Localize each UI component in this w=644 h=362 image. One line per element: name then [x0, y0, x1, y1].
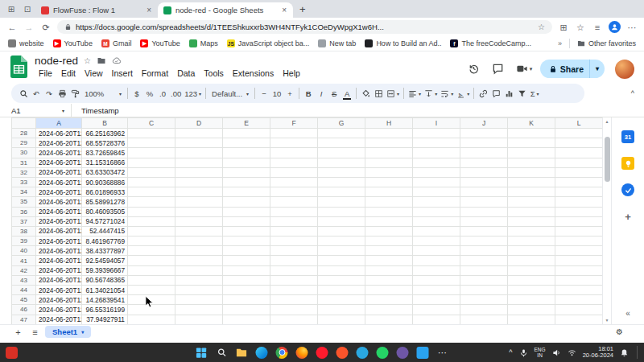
cell-A29[interactable]: 2024-06-20T12: — [36, 138, 82, 148]
collapse-panel-icon[interactable]: « — [625, 309, 630, 318]
cell-G45[interactable] — [318, 295, 365, 305]
cell-E42[interactable] — [223, 265, 270, 275]
cell-I29[interactable] — [413, 138, 460, 148]
cell-D28[interactable] — [175, 129, 223, 138]
meet-icon[interactable]: ▾ — [516, 63, 530, 76]
cell-K28[interactable] — [508, 129, 555, 138]
cell-H36[interactable] — [365, 207, 413, 216]
cell-D31[interactable] — [175, 158, 223, 167]
cell-I33[interactable] — [413, 177, 460, 187]
cell-G37[interactable] — [318, 216, 365, 226]
cell-L31[interactable] — [555, 158, 603, 167]
screen-recorder-icon[interactable] — [6, 347, 18, 359]
bookmark-star-icon[interactable]: ☆ — [538, 23, 545, 31]
cell-A31[interactable]: 2024-06-20T12: — [36, 158, 82, 167]
row-header-33[interactable]: 33 — [12, 177, 36, 187]
cell-G33[interactable] — [318, 177, 365, 187]
cell-H42[interactable] — [365, 265, 413, 275]
cell-J44[interactable] — [460, 286, 508, 295]
cell-I45[interactable] — [413, 295, 460, 305]
cell-F34[interactable] — [270, 187, 318, 197]
language-indicator[interactable]: ENG IN — [535, 347, 546, 358]
cell-J32[interactable] — [460, 167, 508, 177]
cell-G40[interactable] — [318, 246, 365, 256]
cell-H46[interactable] — [365, 305, 413, 315]
cell-H41[interactable] — [365, 256, 413, 265]
cell-K33[interactable] — [508, 177, 555, 187]
cell-L36[interactable] — [555, 207, 603, 216]
cell-E44[interactable] — [223, 286, 270, 295]
cell-B46[interactable]: 96.55316199 — [82, 305, 128, 315]
row-header-32[interactable]: 32 — [12, 167, 36, 177]
cell-L45[interactable] — [555, 295, 603, 305]
workspaces-icon[interactable]: ⊡ — [21, 2, 34, 15]
cell-F38[interactable] — [270, 226, 318, 236]
cell-L39[interactable] — [555, 237, 603, 246]
column-header-G[interactable]: G — [318, 118, 365, 129]
cell-I40[interactable] — [413, 246, 460, 256]
cell-J45[interactable] — [460, 295, 508, 305]
cell-J36[interactable] — [460, 207, 508, 216]
cell-L42[interactable] — [555, 265, 603, 275]
menu-view[interactable]: View — [80, 68, 107, 79]
cell-J40[interactable] — [460, 246, 508, 256]
cell-L35[interactable] — [555, 197, 603, 207]
cell-D35[interactable] — [175, 197, 223, 207]
cell-B44[interactable]: 61.34021054 — [82, 286, 128, 295]
menu-format[interactable]: Format — [138, 68, 172, 79]
row-header-45[interactable]: 45 — [12, 295, 36, 305]
column-header-E[interactable]: E — [223, 118, 270, 129]
cell-J43[interactable] — [460, 275, 508, 285]
menu-file[interactable]: File — [35, 68, 56, 79]
decrease-font-size-icon[interactable]: − — [258, 86, 270, 101]
bookmark-item-2[interactable]: ▶YouTube — [53, 39, 93, 47]
cell-J38[interactable] — [460, 226, 508, 236]
cell-B33[interactable]: 90.90368886 — [82, 177, 128, 187]
column-header-J[interactable]: J — [460, 118, 508, 129]
cell-E39[interactable] — [223, 237, 270, 246]
cell-A40[interactable]: 2024-06-20T12: — [36, 246, 82, 256]
cell-G31[interactable] — [318, 158, 365, 167]
cell-B42[interactable]: 59.39396667 — [82, 265, 128, 275]
all-sheets-icon[interactable]: ≡ — [28, 327, 42, 337]
cell-L43[interactable] — [555, 275, 603, 285]
cell-K39[interactable] — [508, 237, 555, 246]
cell-F40[interactable] — [270, 246, 318, 256]
cell-A39[interactable]: 2024-06-20T12: — [36, 237, 82, 246]
cell-F42[interactable] — [270, 265, 318, 275]
cell-K42[interactable] — [508, 265, 555, 275]
search-icon[interactable] — [17, 86, 30, 101]
cell-I43[interactable] — [413, 275, 460, 285]
refresh-button[interactable]: ⟳ — [40, 22, 52, 33]
vertical-scrollbar[interactable]: ▲ ▼ — [602, 117, 611, 324]
cell-F43[interactable] — [270, 275, 318, 285]
vertical-align-icon[interactable]: ▾ — [423, 86, 439, 101]
column-header-F[interactable]: F — [270, 118, 318, 129]
cell-H45[interactable] — [365, 295, 413, 305]
cell-E30[interactable] — [223, 148, 270, 158]
new-tab-button[interactable]: + — [299, 4, 306, 14]
cell-F37[interactable] — [270, 216, 318, 226]
cell-K44[interactable] — [508, 286, 555, 295]
column-header-H[interactable]: H — [365, 118, 413, 129]
move-folder-icon[interactable] — [97, 56, 106, 65]
cell-I39[interactable] — [413, 237, 460, 246]
keep-icon[interactable] — [621, 157, 634, 170]
cell-L40[interactable] — [555, 246, 603, 256]
cell-J37[interactable] — [460, 216, 508, 226]
browser-tab-1[interactable]: FlowFuse : Flow 1× — [35, 2, 158, 18]
split-screen-icon[interactable]: ⊞ — [558, 22, 569, 33]
row-header-42[interactable]: 42 — [12, 265, 36, 275]
cell-I46[interactable] — [413, 305, 460, 315]
row-header-40[interactable]: 40 — [12, 246, 36, 256]
sheet-tab-menu-icon[interactable]: ▾ — [81, 329, 84, 335]
cell-H39[interactable] — [365, 237, 413, 246]
create-filter-icon[interactable] — [515, 86, 528, 101]
cell-D34[interactable] — [175, 187, 223, 197]
cell-H43[interactable] — [365, 275, 413, 285]
row-header-44[interactable]: 44 — [12, 286, 36, 295]
cell-C44[interactable] — [128, 286, 175, 295]
cell-K38[interactable] — [508, 226, 555, 236]
volume-icon[interactable] — [552, 348, 561, 357]
undo-icon[interactable]: ↶ — [30, 86, 43, 101]
